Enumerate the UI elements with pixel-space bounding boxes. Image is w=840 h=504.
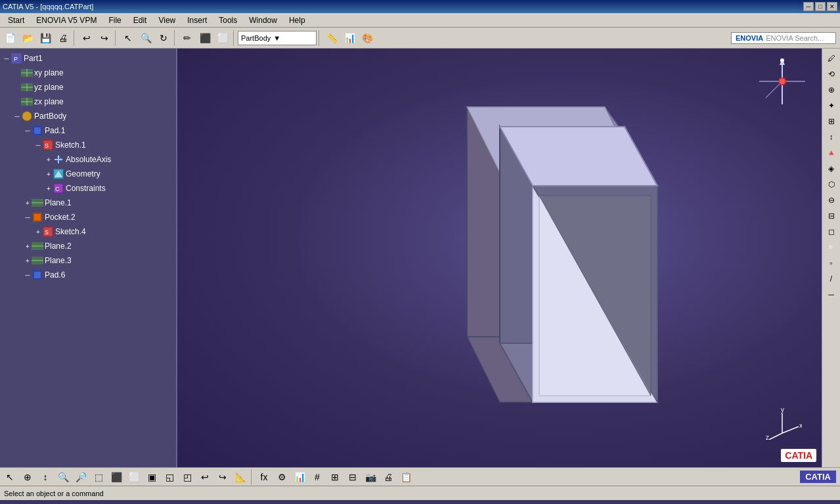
tree-label-pocket2: Pocket.2 xyxy=(45,213,76,222)
svg-point-11 xyxy=(22,112,32,121)
tree-item-geometry[interactable]: + Geometry xyxy=(0,167,176,181)
bt1-btn16[interactable]: ⚙ xyxy=(273,469,290,486)
bt1-btn20[interactable]: ⊟ xyxy=(344,469,361,486)
tb-zoom[interactable]: 🔍 xyxy=(137,30,154,47)
svg-rect-25 xyxy=(33,213,41,221)
sep3 xyxy=(174,30,177,46)
menu-edit[interactable]: Edit xyxy=(128,14,152,26)
tb-undo[interactable]: ↩ xyxy=(78,30,95,47)
active-body-dropdown[interactable]: PartBody ▼ xyxy=(238,31,317,45)
close-button[interactable]: ✕ xyxy=(827,2,837,11)
tree-item-xy-plane[interactable]: xy plane xyxy=(0,66,176,80)
tb-sketch[interactable]: ✏ xyxy=(179,30,196,47)
tree-item-sketch1[interactable]: ─ S Sketch.1 xyxy=(0,138,176,152)
tb-save[interactable]: 💾 xyxy=(37,30,54,47)
menu-tools[interactable]: Tools xyxy=(213,14,242,26)
enovia-search[interactable]: ENOVIA ENOVIA Search... xyxy=(731,32,836,44)
rtb-btn-11[interactable]: ⊟ xyxy=(824,209,839,223)
bt1-btn21[interactable]: 📷 xyxy=(362,469,379,486)
rtb-btn-16[interactable]: ─ xyxy=(824,287,839,302)
menu-insert[interactable]: Insert xyxy=(182,14,212,26)
tb-render[interactable]: 🎨 xyxy=(359,30,376,47)
tb-print[interactable]: 🖨 xyxy=(55,30,72,47)
bt1-btn8[interactable]: ⬜ xyxy=(125,469,143,486)
menu-enovia[interactable]: ENOVIA V5 VPM xyxy=(31,14,102,26)
bt1-btn10[interactable]: ◱ xyxy=(161,469,178,486)
tree-label-yz-plane: yz plane xyxy=(34,83,64,92)
svg-text:S: S xyxy=(45,229,49,236)
menu-help[interactable]: Help xyxy=(284,14,311,26)
bt1-btn1[interactable]: ↖ xyxy=(1,469,18,486)
rtb-btn-13[interactable]: ◽ xyxy=(824,240,839,255)
bt1-btn2[interactable]: ⊕ xyxy=(19,469,36,486)
tree-item-yz-plane[interactable]: yz plane xyxy=(0,80,176,94)
tb-pocket[interactable]: ⬜ xyxy=(214,30,231,47)
rtb-btn-2[interactable]: ⟲ xyxy=(824,67,839,81)
rtb-btn-3[interactable]: ⊕ xyxy=(824,83,839,97)
bt1-btn6[interactable]: ⬚ xyxy=(90,469,107,486)
tb-redo[interactable]: ↪ xyxy=(96,30,113,47)
rtb-btn-5[interactable]: ⊞ xyxy=(824,114,839,129)
bt1-btn13[interactable]: ↪ xyxy=(214,469,231,486)
tb-analysis[interactable]: 📊 xyxy=(341,30,358,47)
menu-window[interactable]: Window xyxy=(244,14,282,26)
pad1-icon xyxy=(32,125,43,136)
catia-brand: CATIA xyxy=(800,471,836,483)
tree-item-sketch4[interactable]: + S Sketch.4 xyxy=(0,224,176,239)
bt1-btn3[interactable]: ↕ xyxy=(37,469,54,486)
rtb-btn-9[interactable]: ⬡ xyxy=(824,177,839,192)
rtb-btn-10[interactable]: ⊖ xyxy=(824,193,839,207)
bt1-btn18[interactable]: # xyxy=(309,469,326,486)
svg-line-57 xyxy=(782,427,799,433)
bt1-btn19[interactable]: ⊞ xyxy=(326,469,343,486)
menu-start[interactable]: Start xyxy=(3,14,30,26)
maximize-button[interactable]: □ xyxy=(815,2,826,11)
rtb-btn-15[interactable]: / xyxy=(824,272,839,286)
tb-rotate[interactable]: ↻ xyxy=(155,30,172,47)
absoluteaxis-icon xyxy=(53,154,64,165)
bt1-btn4[interactable]: 🔍 xyxy=(55,469,72,486)
menu-view[interactable]: View xyxy=(153,14,181,26)
menu-file[interactable]: File xyxy=(103,14,126,26)
bt1-btn14[interactable]: 📐 xyxy=(232,469,249,486)
rtb-btn-6[interactable]: ↕ xyxy=(824,130,839,144)
bt1-btn15[interactable]: fx xyxy=(255,469,273,486)
tree-item-absoluteaxis[interactable]: + AbsoluteAxis xyxy=(0,152,176,167)
minimize-button[interactable]: ─ xyxy=(803,2,814,11)
bt1-btn11[interactable]: ◰ xyxy=(179,469,196,486)
rtb-btn-8[interactable]: ◈ xyxy=(824,161,839,176)
tree-item-partbody[interactable]: ─ PartBody xyxy=(0,109,176,123)
tree-item-plane1[interactable]: + Plane.1 xyxy=(0,196,176,210)
tb-open[interactable]: 📂 xyxy=(19,30,36,47)
3d-viewport[interactable]: y x z CATIA xyxy=(177,49,822,467)
rtb-btn-1[interactable]: 🖊 xyxy=(824,51,839,66)
tb-pad[interactable]: ⬛ xyxy=(196,30,213,47)
bt1-btn22[interactable]: 🖨 xyxy=(380,469,397,486)
bt1-btn12[interactable]: ↩ xyxy=(196,469,213,486)
rtb-btn-12[interactable]: ◻ xyxy=(824,224,839,239)
tb-new[interactable]: 📄 xyxy=(1,30,18,47)
tb-measure[interactable]: 📏 xyxy=(323,30,340,47)
rtb-btn-4[interactable]: ✦ xyxy=(824,98,839,113)
tree-item-plane2[interactable]: + Plane.2 xyxy=(0,239,176,253)
bt1-btn5[interactable]: 🔎 xyxy=(72,469,89,486)
tree-label-plane2: Plane.2 xyxy=(45,242,72,251)
tb-select[interactable]: ↖ xyxy=(120,30,137,47)
rtb-btn-7[interactable]: 🔺 xyxy=(824,146,839,160)
tree-item-part1[interactable]: ─ P Part1 xyxy=(0,51,176,66)
bt1-btn17[interactable]: 📊 xyxy=(291,469,308,486)
tree-item-plane3[interactable]: + Plane.3 xyxy=(0,253,176,268)
tree-item-constraints[interactable]: + C Constraints xyxy=(0,181,176,196)
plane2-icon xyxy=(32,240,43,252)
bt1-btn23[interactable]: 📋 xyxy=(397,469,414,486)
tree-item-pad1[interactable]: ─ Pad.1 xyxy=(0,123,176,138)
bt1-btn9[interactable]: ▣ xyxy=(143,469,160,486)
rtb-btn-14[interactable]: ▫ xyxy=(824,256,839,270)
zx-plane-icon xyxy=(21,96,33,108)
tree-item-zx-plane[interactable]: zx plane xyxy=(0,94,176,109)
tree-label-plane1: Plane.1 xyxy=(45,198,72,207)
bt1-btn7[interactable]: ⬛ xyxy=(108,469,125,486)
tree-item-pocket2[interactable]: ─ Pocket.2 xyxy=(0,210,176,224)
tree-item-pad6[interactable]: ─ Pad.6 xyxy=(0,268,176,282)
bottom-toolbar-1: ↖ ⊕ ↕ 🔍 🔎 ⬚ ⬛ ⬜ ▣ ◱ ◰ ↩ ↪ 📐 fx ⚙ 📊 # ⊞ ⊟… xyxy=(0,467,840,486)
